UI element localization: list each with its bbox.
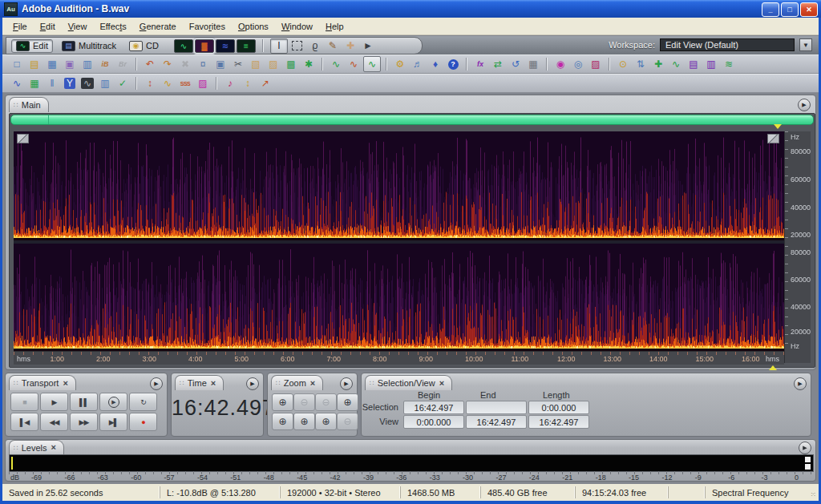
spectral-frequency-view-button[interactable]: ▓	[195, 39, 214, 53]
envelope-icon[interactable]: ∿	[668, 57, 684, 71]
mixer-racks-icon[interactable]: ‖	[44, 76, 60, 91]
multitrack-view-button[interactable]: ▤Multitrack	[58, 40, 120, 52]
pause-button[interactable]: ▌▌	[70, 393, 98, 411]
close-icon[interactable]: ×	[63, 379, 67, 388]
equalizer-icon[interactable]: Y	[62, 76, 78, 91]
device-settings-icon[interactable]: ⚙	[392, 57, 408, 71]
menu-help[interactable]: Help	[320, 20, 350, 33]
cd-view-button[interactable]: ◉CD	[125, 40, 163, 52]
meter-bars-icon[interactable]: ▥	[97, 76, 113, 91]
time-monitor-icon[interactable]: ⊙	[615, 57, 631, 71]
zoom-in-button[interactable]: ⊕	[272, 393, 293, 411]
playhead-marker-bottom[interactable]	[769, 365, 777, 370]
undo-icon[interactable]: ↶	[142, 57, 158, 71]
marquee-selection-tool[interactable]	[289, 39, 305, 53]
cut-icon[interactable]: ✂	[230, 57, 246, 71]
generate-tones-icon[interactable]: ∿	[160, 76, 176, 91]
record-button[interactable]: ●	[129, 413, 157, 431]
close-icon[interactable]: ×	[439, 379, 444, 388]
title-bar[interactable]: Au Adobe Audition - B.wav _□✕	[0, 0, 821, 18]
menu-file[interactable]: File	[7, 20, 33, 33]
zoom-in-left-edge-button[interactable]: ⊕	[272, 413, 293, 430]
field-view-length[interactable]: 16:42.497	[528, 415, 589, 429]
copy-to-new-icon[interactable]: ▩	[283, 57, 299, 71]
frequency-analysis-icon[interactable]: ◉	[552, 57, 568, 71]
close-button[interactable]: ✕	[800, 2, 818, 17]
play-list-icon[interactable]: ▥	[703, 57, 719, 71]
menu-view[interactable]: View	[63, 20, 93, 33]
go-to-beginning-button[interactable]: ▌◀	[10, 413, 38, 431]
panel-menu-button[interactable]: ▶	[246, 377, 259, 390]
save-all-icon[interactable]: ▥	[79, 57, 95, 71]
cue-list-icon[interactable]: ▤	[686, 57, 702, 71]
play-looped-button[interactable]: ↻	[129, 393, 157, 411]
play-button[interactable]: ▶	[40, 393, 68, 411]
snap-zero-crossing-icon[interactable]: ∿	[363, 56, 381, 72]
import-bridge-icon[interactable]: iB	[97, 57, 113, 71]
new-file-icon[interactable]: □	[9, 57, 25, 71]
phase-analysis-icon[interactable]: ◎	[570, 57, 586, 71]
amplify-icon[interactable]: ↕	[142, 76, 158, 91]
tab-time[interactable]: ∷ Time ×	[175, 375, 224, 390]
channel-grabber-right[interactable]	[767, 134, 779, 143]
snap-right-boundary-icon[interactable]: ∿	[346, 57, 362, 71]
window-layout-icon[interactable]: ▦	[525, 57, 541, 71]
workspace-dropdown-arrow[interactable]: ▼	[799, 38, 812, 51]
midi-note-icon[interactable]: ♪	[222, 76, 238, 91]
zoom-in-right-edge-button[interactable]: ⊕	[293, 413, 315, 430]
waveform-view-button[interactable]: ∿	[174, 39, 193, 53]
menu-edit[interactable]: Edit	[34, 20, 61, 33]
go-to-end-button[interactable]: ▶▌	[99, 413, 127, 431]
scripts-icon[interactable]: ♦	[427, 57, 443, 71]
effects-paintbrush-tool[interactable]: ✎	[325, 39, 341, 53]
workspace-dropdown[interactable]: Edit View (Default)	[660, 38, 795, 51]
vertical-scale-icon[interactable]: ⇅	[633, 57, 649, 71]
preset-check-icon[interactable]: ✓	[115, 76, 131, 91]
minimize-button[interactable]: _	[762, 2, 779, 17]
tab-main[interactable]: ∷ Main	[9, 97, 49, 112]
redo-icon[interactable]: ↷	[160, 57, 176, 71]
field-selection-length[interactable]: 0:00.000	[528, 401, 589, 414]
close-icon[interactable]: ×	[211, 379, 216, 388]
menu-options[interactable]: Options	[233, 20, 274, 33]
revert-icon[interactable]: ↺	[508, 57, 524, 71]
close-icon[interactable]: ×	[51, 443, 56, 452]
spectral-display[interactable]	[14, 131, 784, 351]
paste-icon[interactable]: ▧	[248, 57, 264, 71]
pitch-correction-icon[interactable]: ↕	[240, 76, 256, 91]
zoom-navigator-bar[interactable]	[10, 115, 814, 125]
convert-sample-type-icon[interactable]: ✱	[301, 57, 317, 71]
amplitude-statistics-icon[interactable]: ▨	[588, 57, 604, 71]
open-file-icon[interactable]: ▤	[26, 57, 42, 71]
panel-menu-button[interactable]: ▶	[799, 442, 811, 454]
field-selection-begin[interactable]: 16:42.497	[403, 401, 464, 414]
maximize-button[interactable]: □	[781, 2, 799, 17]
tab-levels[interactable]: ∷ Levels ×	[9, 440, 64, 454]
move-icon[interactable]: ✚	[650, 57, 666, 71]
channel-grabber-left[interactable]	[17, 134, 29, 143]
frequency-ruler[interactable]: Hz80000600004000020000800006000040000200…	[784, 131, 811, 363]
time-selection-tool[interactable]: I	[270, 38, 288, 54]
waveform-block-icon[interactable]: ≋	[721, 57, 737, 71]
snap-left-boundary-icon[interactable]: ∿	[328, 57, 344, 71]
menu-effects[interactable]: Effects	[94, 20, 131, 33]
rewind-button[interactable]: ◀◀	[40, 413, 68, 431]
spectral-view-icon[interactable]: ▨	[195, 76, 211, 91]
edit-view-button[interactable]: ∿Edit	[11, 39, 53, 53]
sibilance-sss-icon[interactable]: SSS	[177, 76, 193, 91]
effects-fx-icon[interactable]: fx	[472, 57, 488, 71]
analyzer-icon[interactable]: ∿	[79, 76, 95, 91]
spectral-phase-view-button[interactable]: ≡	[237, 39, 256, 53]
spectral-pan-view-button[interactable]: ≋	[216, 39, 235, 53]
trim-icon[interactable]: ¤	[195, 57, 211, 71]
level-meter[interactable]	[9, 454, 814, 472]
play-from-cursor-button[interactable]: ▶	[99, 393, 127, 411]
effects-chain-icon[interactable]: ⇄	[490, 57, 506, 71]
menu-favorites[interactable]: Favorites	[184, 20, 231, 33]
panel-menu-button[interactable]: ▶	[798, 99, 811, 111]
playhead-marker-top[interactable]	[774, 124, 782, 129]
stretch-icon[interactable]: ↗	[257, 76, 273, 91]
batch-process-icon[interactable]: ▣	[62, 57, 78, 71]
spot-healing-brush-tool[interactable]: ✚	[342, 39, 358, 53]
effect-reverse-icon[interactable]: ▦	[26, 76, 42, 91]
